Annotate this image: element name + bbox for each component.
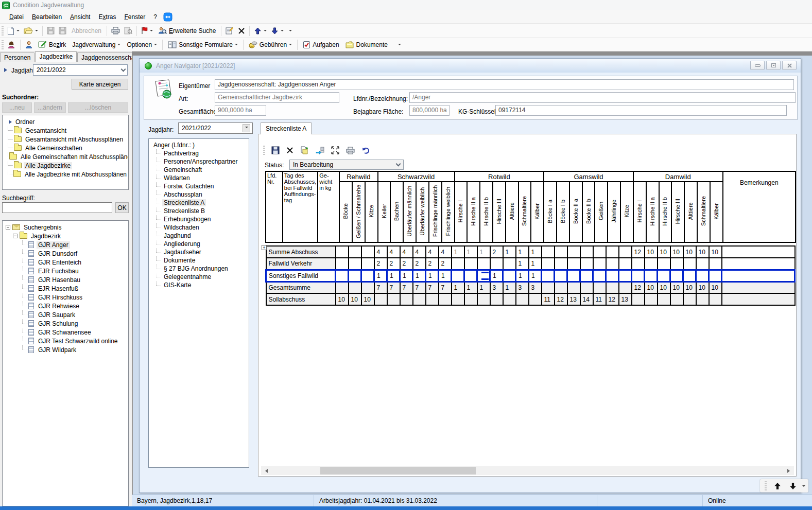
table-cell[interactable]: 11 xyxy=(593,293,606,305)
result-item[interactable]: EJR Hasenfuß xyxy=(3,284,128,293)
result-item[interactable]: EJR Fuchsbau xyxy=(3,267,128,275)
table-cell[interactable]: 1 xyxy=(529,258,542,270)
table-cell[interactable]: 1 xyxy=(387,270,400,282)
table-cell[interactable]: 12 xyxy=(632,282,645,293)
table-cell[interactable] xyxy=(555,270,567,282)
gesamtflaeche-field[interactable]: 900,0000 ha xyxy=(215,105,266,116)
nav-item[interactable]: Streckenliste B xyxy=(149,207,249,215)
table-cell[interactable] xyxy=(632,258,645,270)
person-button[interactable] xyxy=(23,40,35,50)
loeschen-button[interactable]: ...löschen xyxy=(68,102,128,113)
gebuehren-button[interactable]: Gebühren xyxy=(246,40,295,49)
table-cell-bemerkungen[interactable] xyxy=(722,282,795,293)
table-cell[interactable]: 7 xyxy=(374,282,387,293)
tree-item-folder[interactable]: Alle Gemeinschaften xyxy=(3,144,128,152)
table-cell[interactable] xyxy=(490,258,503,270)
table-cell[interactable]: 7 xyxy=(413,282,426,293)
table-cell[interactable]: 10 xyxy=(709,282,722,293)
table-cell[interactable] xyxy=(606,282,619,293)
table-cell[interactable]: 1 xyxy=(503,246,516,258)
table-cell[interactable] xyxy=(542,258,555,270)
table-cell[interactable]: 10 xyxy=(696,282,709,293)
toolbar-grip[interactable] xyxy=(263,146,265,155)
table-cell[interactable] xyxy=(580,246,593,258)
lfdnr-field[interactable]: /Anger xyxy=(409,92,796,103)
table-cell[interactable]: 4 xyxy=(374,246,387,258)
bezirk-button[interactable]: Bezirk xyxy=(35,40,69,49)
open-button[interactable] xyxy=(22,26,40,36)
table-cell[interactable]: 3 xyxy=(529,282,542,293)
table-cell[interactable] xyxy=(670,270,683,282)
table-cell[interactable]: 10 xyxy=(658,282,670,293)
record-down-button[interactable] xyxy=(787,481,799,491)
toolbar-overflow-icon[interactable] xyxy=(289,30,292,33)
table-cell[interactable] xyxy=(593,270,606,282)
toolbar-grip[interactable] xyxy=(2,40,4,49)
tree-item-folder[interactable]: Alle Gemeinschaften mit Abschussplänen xyxy=(3,152,128,161)
table-cell[interactable]: 3 xyxy=(490,282,503,293)
eigentuemer-field[interactable]: Jagdgenossenschaft: Jagdgenossen Anger xyxy=(215,79,794,90)
table-cell[interactable]: 2 xyxy=(426,258,439,270)
table-cell[interactable] xyxy=(683,270,696,282)
search-input[interactable] xyxy=(2,202,112,213)
grid-transfer-button[interactable] xyxy=(314,146,326,155)
nav-item[interactable]: Wildschaden xyxy=(149,223,249,232)
table-cell[interactable]: 2 xyxy=(490,246,503,258)
table-cell[interactable] xyxy=(374,293,387,305)
expand-rows-icon[interactable]: + xyxy=(262,245,267,250)
table-cell[interactable]: 1 xyxy=(464,246,477,258)
table-cell[interactable]: 13 xyxy=(567,293,580,305)
move-up-caret-icon[interactable] xyxy=(264,30,267,33)
table-cell[interactable] xyxy=(490,293,503,305)
table-cell[interactable]: 12 xyxy=(632,246,645,258)
table-cell[interactable] xyxy=(361,246,374,258)
table-cell[interactable] xyxy=(696,270,709,282)
table-cell[interactable] xyxy=(516,293,529,305)
table-cell[interactable]: 7 xyxy=(387,282,400,293)
table-cell[interactable] xyxy=(555,282,567,293)
table-cell[interactable]: 2 xyxy=(439,258,452,270)
table-cell[interactable]: 13 xyxy=(619,293,632,305)
nav-item[interactable]: Erhebungsbogen xyxy=(149,215,249,223)
table-cell[interactable]: 10 xyxy=(658,246,670,258)
table-cell[interactable]: 1 xyxy=(477,246,490,258)
table-cell[interactable]: 10 xyxy=(696,246,709,258)
nav-item[interactable]: § 27 BJG Anordnungen xyxy=(149,265,249,273)
nav-item[interactable]: Streckenliste A xyxy=(149,199,249,207)
nav-item[interactable]: Jagdaufseher xyxy=(149,248,249,256)
table-cell[interactable] xyxy=(683,293,696,305)
kg-schluessel-field[interactable]: 09172114 xyxy=(495,105,787,116)
table-cell[interactable] xyxy=(593,258,606,270)
table-cell[interactable] xyxy=(555,258,567,270)
table-cell[interactable] xyxy=(593,282,606,293)
result-item[interactable]: GJR Dunsdorf xyxy=(3,249,128,258)
table-cell[interactable] xyxy=(349,246,361,258)
table-cell[interactable] xyxy=(580,282,593,293)
table-cell[interactable] xyxy=(658,293,670,305)
menu-item-1[interactable]: Bearbeiten xyxy=(28,11,66,23)
properties-button[interactable] xyxy=(223,26,236,36)
table-cell[interactable] xyxy=(400,293,413,305)
table-cell[interactable]: 10 xyxy=(709,246,722,258)
window-jagdjahr-select[interactable]: 2021/2022 xyxy=(178,122,253,134)
menu-item-4[interactable]: Fenster xyxy=(120,11,150,23)
table-cell-bemerkungen[interactable] xyxy=(722,293,795,305)
minimize-button[interactable] xyxy=(750,61,765,70)
expander-icon[interactable] xyxy=(6,225,10,230)
table-cell[interactable] xyxy=(542,282,555,293)
record-nav-overflow-icon[interactable] xyxy=(802,485,805,488)
table-cell[interactable]: 1 xyxy=(477,282,490,293)
table-cell[interactable] xyxy=(567,258,580,270)
table-cell[interactable] xyxy=(658,258,670,270)
delete-button[interactable] xyxy=(236,26,247,36)
print-button[interactable] xyxy=(109,26,122,36)
table-cell[interactable] xyxy=(464,270,477,282)
result-item[interactable]: GJR Schulung xyxy=(3,319,128,328)
table-cell[interactable]: 12 xyxy=(555,293,567,305)
art-field[interactable]: Gemeinschaftlicher Jagdbezirk xyxy=(215,92,339,103)
table-cell[interactable]: 10 xyxy=(645,282,658,293)
menu-item-0[interactable]: Datei xyxy=(5,11,28,23)
table-cell[interactable] xyxy=(670,258,683,270)
table-cell[interactable] xyxy=(477,293,490,305)
table-cell[interactable] xyxy=(645,258,658,270)
